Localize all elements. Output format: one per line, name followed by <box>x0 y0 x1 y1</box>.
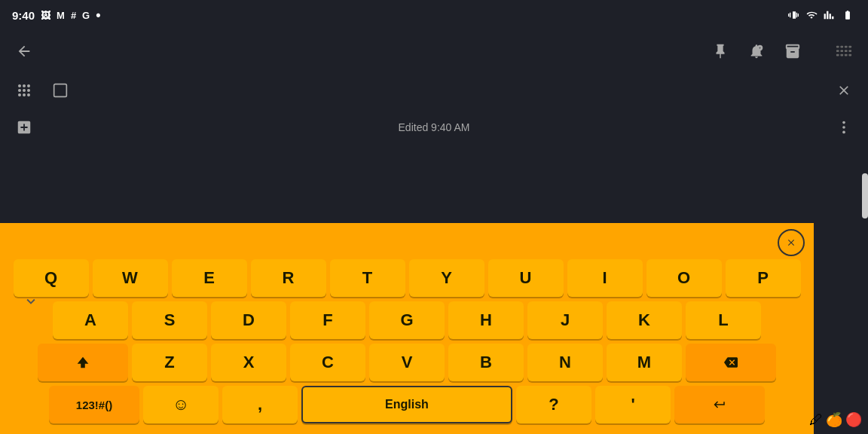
key-numbers[interactable]: 123!#() <box>49 386 139 423</box>
svg-rect-4 <box>845 46 848 48</box>
status-time: 9:40 <box>12 9 35 22</box>
key-s[interactable]: S <box>132 301 207 339</box>
dot-icon: • <box>96 8 100 23</box>
key-enter[interactable] <box>674 386 765 423</box>
key-a[interactable]: A <box>53 301 128 339</box>
svg-point-17 <box>18 89 21 92</box>
svg-rect-11 <box>840 54 843 57</box>
add-content-button[interactable] <box>9 112 39 142</box>
svg-rect-2 <box>836 46 839 48</box>
key-n[interactable]: N <box>527 344 603 381</box>
app-icon-2: 🍊 <box>826 411 842 428</box>
edit-bar: Edited 9:40 AM <box>0 108 868 146</box>
secondary-bar <box>0 72 868 108</box>
key-spacebar[interactable]: English <box>301 386 512 423</box>
square-button[interactable] <box>45 75 75 105</box>
key-emoji[interactable]: ☺ <box>143 386 219 423</box>
key-row-4: 123!#()☺,English?' <box>3 386 811 423</box>
key-i[interactable]: I <box>567 259 643 297</box>
key-shift[interactable] <box>38 344 128 381</box>
key-p[interactable]: P <box>726 259 801 297</box>
key-k[interactable]: K <box>607 301 682 339</box>
vibrate-icon <box>788 9 800 21</box>
svg-rect-13 <box>848 54 851 57</box>
svg-point-15 <box>23 84 26 87</box>
keyboard-close-button[interactable] <box>778 229 805 256</box>
svg-point-24 <box>842 121 845 124</box>
key-o[interactable]: O <box>646 259 722 297</box>
key-w[interactable]: W <box>93 259 168 297</box>
photo-icon: 🖼 <box>41 10 50 21</box>
svg-rect-12 <box>845 54 848 57</box>
svg-point-22 <box>27 93 30 96</box>
key-row-2: ASDFGHJKL <box>3 301 811 339</box>
grid-dots-button[interactable] <box>9 75 39 105</box>
key-v[interactable]: V <box>369 344 445 381</box>
gmail-icon: M <box>57 10 65 21</box>
reminder-button[interactable]: + <box>741 36 772 66</box>
svg-rect-6 <box>836 50 839 52</box>
key-t[interactable]: T <box>330 259 405 297</box>
slack-icon: # <box>71 10 76 21</box>
key-row-1: QWERTYUIOP <box>3 259 811 297</box>
scrollbar-handle[interactable] <box>862 173 868 219</box>
svg-rect-5 <box>848 46 851 48</box>
wifi-icon <box>805 10 818 20</box>
app-icon-1: 🖊 <box>809 412 823 428</box>
key-apostrophe[interactable]: ' <box>595 386 671 423</box>
key-j[interactable]: J <box>527 301 603 339</box>
svg-rect-23 <box>54 84 67 97</box>
action-bar: + <box>0 30 868 72</box>
status-bar: 9:40 🖼 M # G • <box>0 0 868 30</box>
close-button[interactable] <box>829 75 859 105</box>
keyboard-top-bar <box>3 229 811 259</box>
keyboard-hide-button[interactable] <box>23 293 39 310</box>
svg-text:+: + <box>759 45 761 50</box>
key-u[interactable]: U <box>488 259 564 297</box>
signal-icon <box>823 10 835 20</box>
key-comma[interactable]: , <box>222 386 298 423</box>
keyboard-panel: QWERTYUIOP ASDFGHJKL ZXCVBNM 123!#()☺,En… <box>0 223 814 434</box>
key-q[interactable]: Q <box>14 259 89 297</box>
svg-point-26 <box>842 131 845 134</box>
svg-point-25 <box>842 126 845 129</box>
archive-button[interactable] <box>778 36 808 66</box>
back-button[interactable] <box>9 36 39 66</box>
app-icon-3: 🔴 <box>845 411 862 428</box>
svg-point-20 <box>18 93 21 96</box>
key-h[interactable]: H <box>448 301 524 339</box>
more-options-button[interactable] <box>829 112 859 142</box>
svg-point-14 <box>18 84 21 87</box>
svg-point-18 <box>23 89 26 92</box>
bottom-app-icons: 🖊 🍊 🔴 <box>809 411 862 428</box>
svg-rect-3 <box>840 46 843 48</box>
key-b[interactable]: B <box>448 344 524 381</box>
svg-rect-7 <box>840 50 843 52</box>
svg-rect-8 <box>845 50 848 52</box>
news-icon: G <box>82 10 90 21</box>
key-r[interactable]: R <box>251 259 326 297</box>
key-g[interactable]: G <box>369 301 445 339</box>
status-right-icons <box>788 9 856 21</box>
key-l[interactable]: L <box>686 301 761 339</box>
key-z[interactable]: Z <box>132 344 207 381</box>
key-backspace[interactable] <box>686 344 776 381</box>
svg-rect-9 <box>848 50 851 52</box>
svg-point-16 <box>27 84 30 87</box>
battery-icon <box>839 10 856 20</box>
key-m[interactable]: M <box>607 344 682 381</box>
keyboard-toggle-button[interactable] <box>829 36 859 66</box>
key-y[interactable]: Y <box>409 259 484 297</box>
svg-rect-10 <box>836 54 839 57</box>
key-d[interactable]: D <box>211 301 286 339</box>
key-row-3: ZXCVBNM <box>3 344 811 381</box>
svg-point-21 <box>23 93 26 96</box>
key-question[interactable]: ? <box>516 386 591 423</box>
edit-timestamp: Edited 9:40 AM <box>39 121 829 133</box>
key-e[interactable]: E <box>172 259 247 297</box>
key-c[interactable]: C <box>290 344 365 381</box>
svg-point-19 <box>27 89 30 92</box>
pin-button[interactable] <box>705 36 735 66</box>
key-x[interactable]: X <box>211 344 286 381</box>
key-f[interactable]: F <box>290 301 365 339</box>
